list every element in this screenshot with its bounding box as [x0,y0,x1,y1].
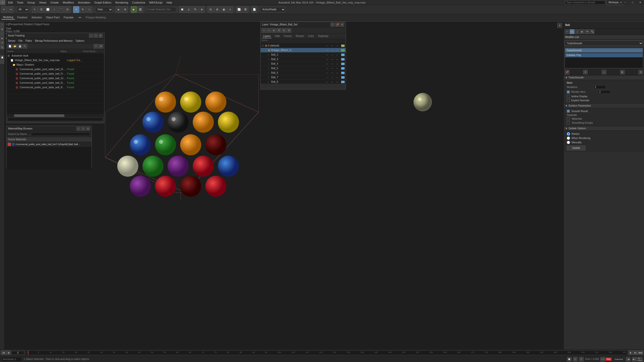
materials-checkbox[interactable] [567,117,570,120]
menu-rendering[interactable]: Rendering [113,1,130,5]
sidebar-asset-icon[interactable]: 📋 [0,55,4,59]
new-layer-button[interactable]: + [262,28,266,33]
asset-row-glossiness[interactable]: 🖼 Commercial_public_pool_table_ball_Glos… [7,76,104,81]
menu-create[interactable]: Create [48,1,61,5]
layer-row-0-default[interactable]: ☑ 🔆 0 (default) — — — [261,43,346,48]
asset-status-input[interactable] [8,117,103,121]
asset-row-max-file[interactable]: 📄 Vintage_Billard_Ball_Set_max_vray.max … [7,58,104,63]
curve-editor-button[interactable]: 📈 [236,6,242,13]
layers-help-button[interactable]: ? [331,23,335,27]
next-frame-button[interactable]: ▶| [633,350,638,355]
layers-tab-hide[interactable]: Hide [274,34,281,38]
asset-row-vault[interactable]: 🏛 Autodesk Vault [7,54,104,58]
adaptive-degradation-button[interactable]: ⊡ [573,357,578,361]
align-button[interactable]: ⊞ [214,6,220,13]
populate-tab[interactable]: Populate [62,16,75,19]
material-search-input[interactable] [31,132,90,136]
asset-row-normal[interactable]: 🖼 Commercial_public_pool_table_ball_Norm… [7,81,104,85]
rendered-frame-button[interactable]: 🖼 [137,6,143,13]
material-item-commercial[interactable]: Commercial_public_pool_table_ball_MAT (V… [7,142,92,147]
asset-options-menu[interactable]: Options [74,39,86,43]
render-button[interactable]: ▶ [131,6,137,13]
time-config-button[interactable]: ⏱ [579,357,584,361]
make-unique-button[interactable]: ◇ [602,70,606,74]
sidebar-create-icon[interactable]: + [0,23,4,27]
select-objects-button[interactable]: ☰ [277,28,281,33]
modifier-list-dropdown[interactable]: TurboSmooth [565,40,643,46]
layers-close-button[interactable]: ✕ [340,23,344,27]
layers-pin-button[interactable]: 📌 [335,23,339,27]
asset-open-button[interactable]: 📂 [13,44,17,49]
render-iters-input[interactable] [598,90,611,94]
menu-modifiers[interactable]: Modifiers [61,1,76,5]
select-rotate-button[interactable]: ↻ [80,6,86,13]
layer-row-ball2[interactable]: ○ Ball_2 — — — [261,53,346,57]
layer-row-ball6[interactable]: ○ Ball_6 — — — [261,71,346,75]
modify-mode-icon[interactable]: ⊞ [570,29,574,34]
asset-row-fresnel[interactable]: 🖼 Commercial_public_pool_table_ball_Fres… [7,72,104,76]
when-rendering-radio[interactable] [567,137,570,140]
asset-paths-menu[interactable]: Paths [24,39,34,43]
new-scene-button[interactable]: 📄 [251,6,257,13]
selection-filter-dropdown[interactable]: All [16,7,29,12]
asset-bitmap-menu[interactable]: Bitmap Performance and Memory [33,39,74,43]
asset-horizontal-scrollbar[interactable] [7,114,104,117]
selection-tab[interactable]: Selection [30,16,43,19]
asset-settings-button[interactable]: ⚙ [99,44,103,49]
utility-mode-icon[interactable]: 🔧 [590,29,594,34]
play-button[interactable]: ▶ [628,350,633,355]
render-target-dropdown[interactable]: ActiveShade [260,7,285,12]
isoline-checkbox[interactable] [567,95,570,98]
layer-row-ball5[interactable]: ○ Ball_5 — — — [261,66,346,71]
select-layer-objects-button[interactable]: ⊡ [282,28,286,33]
material-browser-minimize-button[interactable]: − [76,127,80,131]
create-selection-set-input[interactable] [146,7,176,12]
asset-tracking-restore-button[interactable]: □ [94,34,98,38]
restore-button[interactable]: □ [629,0,636,5]
next-key-button[interactable]: ▶| [632,357,636,361]
menu-tools[interactable]: Tools [15,1,25,5]
sidebar-modify-icon[interactable]: ⊞ [0,27,4,31]
material-browser-restore-button[interactable]: □ [81,127,85,131]
schematic-view-button[interactable]: 🕸 [243,6,249,13]
remove-modifier-button[interactable]: 🗑 [620,70,625,74]
hierarchy-mode-icon[interactable]: ↕ [575,29,579,34]
asset-new-button[interactable]: 📄 [8,44,12,49]
asset-tracking-title-bar[interactable]: Asset Tracking − □ ✕ [7,33,104,38]
asset-tracking-minimize-button[interactable]: − [89,34,93,38]
layer-row-vintage[interactable]: ✓ 🔆 Vintage_Billard_S... — — — [261,48,346,53]
update-options-header[interactable]: ▼ Update Options [564,126,644,131]
sidebar-utilities-icon[interactable]: 🔧 [0,45,4,49]
asset-row-diffuse[interactable]: 🖼 Commercial_public_pool_table_ball_Diff… [7,67,104,72]
circular-select-button[interactable]: ○ [51,6,57,13]
sidebar-hierarchy-icon[interactable]: ↕ [0,32,4,36]
window-crossing-button[interactable]: ⊡ [64,6,70,13]
current-frame-display[interactable]: 0 [12,351,24,355]
create-mode-icon[interactable]: + [565,29,569,34]
asset-save-button[interactable]: 💾 [18,44,22,49]
asset-help-button[interactable]: ? [94,44,98,49]
menu-edit[interactable]: Edit [6,1,15,5]
ellipsis-tab[interactable]: ••• [77,16,83,19]
motion-mode-icon[interactable]: ▶ [580,29,584,34]
key-filters-button[interactable]: Key Filters... [638,357,642,361]
turbosmooth-modifier[interactable]: TurboSmooth [565,48,643,53]
iterations-input[interactable] [593,85,606,89]
layers-tab-layers[interactable]: Layers [262,34,272,38]
percent-snap-button[interactable]: % [192,6,198,13]
asset-row-reflection[interactable]: 🖼 Commercial_public_pool_table_ball_Refl… [7,85,104,90]
menu-animation[interactable]: Animation [76,1,92,5]
last-frame-button[interactable]: ▶▶| [638,350,643,355]
select-by-name-button[interactable]: ☰ [38,6,44,13]
set-key-button[interactable]: Key [606,357,612,361]
spinner-snap-button[interactable]: ⊕ [199,6,205,13]
explicit-normals-checkbox[interactable] [567,99,570,102]
viewport-maximize-button[interactable]: ⊞ [557,23,562,28]
display-mode-icon[interactable]: 👁 [585,29,589,34]
layers-panel-title-bar[interactable]: Layer: Vintage_Billard_Ball_Set ? 📌 ✕ [261,22,346,27]
layer-row-ball4[interactable]: ○ Ball_4 — — — [261,62,346,66]
layers-tab-render[interactable]: Render [295,34,305,38]
rectangular-select-button[interactable]: ⬜ [45,6,51,13]
prev-frame-button[interactable]: ◀ [6,350,11,355]
asset-server-menu[interactable]: Server [7,39,17,43]
